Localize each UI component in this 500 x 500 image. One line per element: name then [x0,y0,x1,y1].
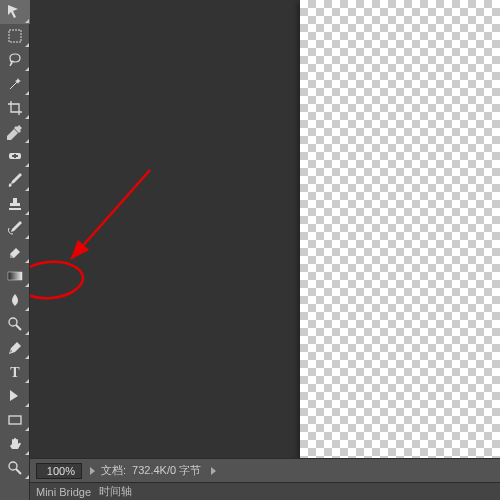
tool-crop[interactable] [0,96,30,120]
tool-heal[interactable] [0,144,30,168]
doc-size-value: 732.4K/0 字节 [132,463,201,478]
tool-brush[interactable] [0,168,30,192]
tool-blur[interactable] [0,288,30,312]
svg-line-6 [16,325,21,330]
canvas-area[interactable] [30,0,500,458]
svg-point-5 [9,318,17,326]
tool-stamp[interactable] [0,192,30,216]
tool-zoom[interactable] [0,456,30,480]
doc-size-label: 文档: [101,463,126,478]
tool-type[interactable]: T [0,360,30,384]
svg-rect-8 [9,416,21,424]
svg-point-13 [30,259,84,301]
svg-line-10 [16,469,21,474]
tool-eyedropper[interactable] [0,120,30,144]
bottom-panel-tabs: Mini Bridge 时间轴 [30,482,500,500]
zoom-control[interactable]: 100% [36,463,95,479]
svg-rect-3 [12,155,18,157]
svg-text:T: T [10,365,20,380]
tool-shape[interactable] [0,408,30,432]
svg-rect-4 [8,272,22,280]
tool-history[interactable] [0,216,30,240]
svg-line-12 [72,170,150,258]
tool-lasso[interactable] [0,48,30,72]
zoom-stepper-icon[interactable] [90,467,95,475]
toolbar: T [0,0,30,500]
svg-point-9 [9,462,17,470]
tool-dodge[interactable] [0,312,30,336]
tool-gradient[interactable] [0,264,30,288]
tool-hand[interactable] [0,432,30,456]
document-canvas[interactable] [300,0,500,458]
tool-path[interactable] [0,384,30,408]
tool-move[interactable] [0,0,30,24]
tab-timeline[interactable]: 时间轴 [99,484,132,499]
tool-wand[interactable] [0,72,30,96]
tool-pen[interactable] [0,336,30,360]
svg-rect-0 [9,30,21,42]
tool-marquee[interactable] [0,24,30,48]
zoom-input[interactable]: 100% [36,463,82,479]
tool-eraser[interactable] [0,240,30,264]
tab-mini-bridge[interactable]: Mini Bridge [36,486,91,498]
doc-info-menu-icon[interactable] [211,467,216,475]
statusbar: 100% 文档: 732.4K/0 字节 [30,458,500,482]
